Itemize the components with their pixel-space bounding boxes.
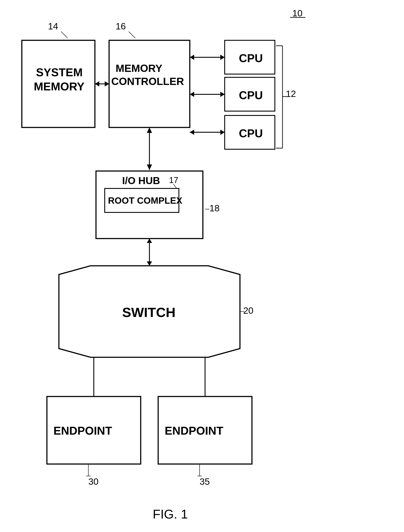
ref-12: 12 bbox=[286, 89, 296, 99]
system-memory-label2: MEMORY bbox=[34, 80, 85, 93]
ref-16: 16 bbox=[116, 21, 126, 31]
diagram-container: 10 14 16 SYSTEM MEMORY MEMORY CONTROLLER… bbox=[0, 0, 404, 532]
iohub-label: I/O HUB bbox=[122, 175, 160, 186]
cpu2-label: CPU bbox=[239, 89, 263, 101]
ref-17: 17 bbox=[169, 176, 178, 185]
ref-20: 20 bbox=[243, 305, 254, 316]
endpoint2-label: ENDPOINT bbox=[165, 424, 223, 437]
switch-label: SWITCH bbox=[122, 305, 176, 320]
system-memory-label: SYSTEM bbox=[36, 66, 83, 79]
memory-controller-label2: CONTROLLER bbox=[111, 76, 184, 87]
ref-18: 18 bbox=[209, 203, 220, 213]
ref-10: 10 bbox=[292, 8, 303, 18]
figure-caption: FIG. 1 bbox=[153, 507, 188, 521]
cpu3-label: CPU bbox=[239, 127, 263, 140]
memory-controller-label1: MEMORY bbox=[116, 63, 162, 74]
ref-30: 30 bbox=[88, 476, 99, 487]
cpu1-label: CPU bbox=[239, 52, 263, 64]
root-complex-label: ROOT COMPLEX bbox=[108, 196, 182, 206]
ref-35: 35 bbox=[200, 476, 210, 487]
endpoint1-label: ENDPOINT bbox=[53, 424, 112, 437]
ref-14: 14 bbox=[48, 21, 58, 31]
